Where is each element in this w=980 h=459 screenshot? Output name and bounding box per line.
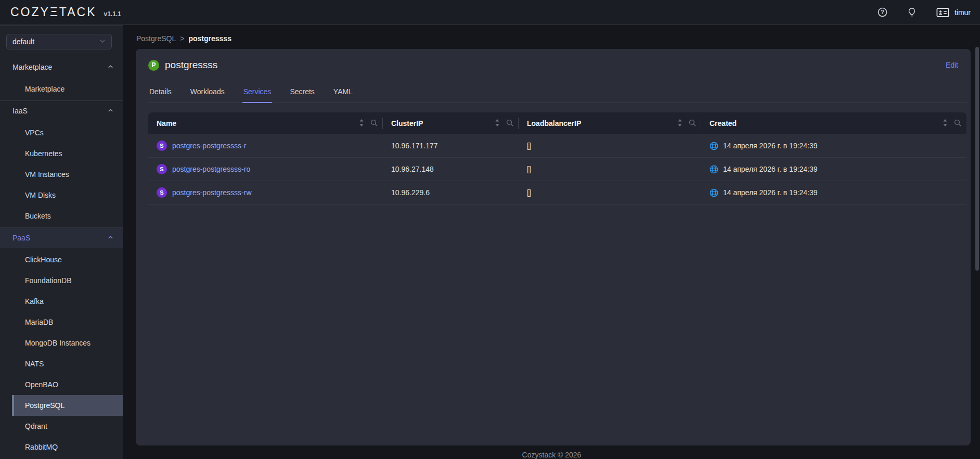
sidebar-item-foundationdb[interactable]: FoundationDB [0, 270, 123, 291]
search-icon[interactable] [689, 119, 696, 128]
tab-workloads[interactable]: Workloads [189, 83, 226, 103]
column-label: ClusterIP [391, 119, 423, 128]
column-header-clusterip: ClusterIP [383, 112, 519, 134]
tab-services[interactable]: Services [242, 83, 273, 103]
search-icon[interactable] [370, 119, 378, 128]
chevron-up-icon [108, 63, 113, 71]
topbar-actions: ? timur [878, 7, 971, 18]
tab-secrets[interactable]: Secrets [289, 83, 315, 103]
sidebar-item-vpcs[interactable]: VPCs [0, 122, 123, 143]
svg-text:?: ? [881, 9, 884, 15]
sidebar-item-mariadb[interactable]: MariaDB [0, 312, 123, 333]
service-link[interactable]: postgres-postgressss-rw [172, 188, 252, 197]
app-body: default Marketplace Marketplace IaaS [0, 25, 980, 459]
sidebar-item-kubernetes[interactable]: Kubernetes [0, 143, 123, 164]
project-select-value: default [12, 37, 34, 46]
page-title: postgressss [165, 59, 217, 71]
column-header-loadbalancerip: LoadbalancerIP [519, 112, 701, 134]
edit-button[interactable]: Edit [946, 61, 958, 69]
cell-loadbalancerip: [] [519, 142, 701, 150]
sort-icon[interactable] [495, 119, 500, 129]
cell-name: S postgres-postgressss-rw [148, 187, 383, 198]
cell-created: 14 апреля 2026 г. в 19:24:39 [701, 165, 966, 174]
breadcrumb-current: postgressss [188, 34, 231, 43]
sidebar-group-label: IaaS [12, 107, 28, 115]
breadcrumb: PostgreSQL > postgressss [123, 25, 980, 43]
sort-icon[interactable] [677, 119, 682, 129]
theme-bulb-icon[interactable] [907, 7, 917, 17]
cell-clusterip: 10.96.229.6 [383, 188, 519, 197]
sidebar-item-kafka[interactable]: Kafka [0, 291, 123, 312]
tab-bar: Details Workloads Services Secrets YAML [148, 83, 966, 103]
cell-clusterip: 10.96.171.177 [383, 142, 519, 150]
sidebar-item-vm-instances[interactable]: VM Instances [0, 164, 123, 185]
resource-card: P postgressss Edit Details Workloads Ser… [136, 49, 971, 445]
table-header: Name ClusterIP [148, 112, 966, 134]
chevron-up-icon [108, 234, 113, 242]
cell-loadbalancerip: [] [519, 165, 701, 173]
cell-loadbalancerip: [] [519, 188, 701, 197]
sidebar-group-items: ClickHouse FoundationDB Kafka MariaDB Mo… [0, 248, 123, 458]
sidebar-group-iaas[interactable]: IaaS [0, 100, 123, 121]
chevron-down-icon [99, 37, 106, 46]
card-header: P postgressss Edit [148, 59, 966, 71]
search-icon[interactable] [954, 119, 961, 128]
created-timestamp: 14 апреля 2026 г. в 19:24:39 [723, 165, 818, 173]
tab-details[interactable]: Details [148, 83, 173, 103]
project-select[interactable]: default [6, 34, 112, 49]
sidebar-item-postgresql[interactable]: PostgreSQL [12, 395, 123, 416]
sidebar-item-qdrant[interactable]: Qdrant [0, 416, 123, 437]
sort-icon[interactable] [943, 119, 948, 129]
created-timestamp: 14 апреля 2026 г. в 19:24:39 [723, 142, 818, 150]
sidebar-item-nats[interactable]: NATS [0, 353, 123, 374]
help-icon[interactable]: ? [878, 7, 887, 17]
tab-yaml[interactable]: YAML [332, 83, 354, 103]
column-controls [359, 119, 378, 129]
user-name: timur [955, 8, 971, 17]
breadcrumb-parent[interactable]: PostgreSQL [136, 34, 176, 43]
sidebar-group-items: Marketplace [0, 78, 123, 100]
sidebar-item-openbao[interactable]: OpenBAO [0, 374, 123, 395]
sidebar-item-mongodb-instances[interactable]: MongoDB Instances [0, 333, 123, 353]
sidebar-item-buckets[interactable]: Buckets [0, 206, 123, 226]
column-label: Name [157, 119, 176, 128]
sort-icon[interactable] [359, 119, 364, 129]
cell-name: S postgres-postgressss-r [148, 141, 383, 151]
table-row: S postgres-postgressss-ro 10.96.27.148 [… [148, 158, 966, 181]
service-badge: S [157, 141, 167, 151]
app-logo: COZYΞTACK [10, 5, 96, 19]
column-controls [495, 119, 513, 129]
column-label: LoadbalancerIP [527, 119, 581, 128]
column-header-name: Name [148, 112, 383, 134]
column-controls [677, 119, 696, 129]
chevron-up-icon [108, 107, 113, 115]
services-table: Name ClusterIP [148, 112, 966, 205]
column-label: Created [710, 119, 737, 128]
search-icon[interactable] [506, 119, 513, 128]
postgres-badge: P [148, 60, 159, 71]
service-link[interactable]: postgres-postgressss-ro [172, 165, 250, 173]
main-content: PostgreSQL > postgressss P postgressss E… [123, 25, 980, 459]
topbar: COZYΞTACK v1.1.1 ? [0, 0, 980, 25]
sidebar-group-marketplace[interactable]: Marketplace [0, 57, 123, 78]
footer-copyright: Cozystack © 2026 [123, 451, 980, 459]
cell-created: 14 апреля 2026 г. в 19:24:39 [701, 142, 966, 150]
sidebar-item-rabbitmq[interactable]: RabbitMQ [0, 437, 123, 457]
column-controls [943, 119, 961, 129]
sidebar-group-label: PaaS [12, 234, 30, 242]
sidebar-group-paas[interactable]: PaaS [0, 227, 123, 248]
sidebar-group-label: Marketplace [12, 63, 52, 71]
service-link[interactable]: postgres-postgressss-r [172, 142, 246, 150]
globe-icon [710, 188, 718, 197]
column-header-created: Created [701, 112, 966, 134]
app-version: v1.1.1 [104, 10, 121, 18]
user-menu[interactable]: timur [936, 7, 971, 18]
sidebar: default Marketplace Marketplace IaaS [0, 25, 123, 459]
cell-clusterip: 10.96.27.148 [383, 165, 519, 173]
page-scrollbar[interactable] [975, 47, 979, 271]
table-row: S postgres-postgressss-r 10.96.171.177 [… [148, 134, 966, 158]
sidebar-item-clickhouse[interactable]: ClickHouse [0, 249, 123, 270]
breadcrumb-separator: > [180, 34, 184, 43]
sidebar-item-vm-disks[interactable]: VM Disks [0, 185, 123, 206]
sidebar-item-marketplace[interactable]: Marketplace [0, 79, 123, 99]
